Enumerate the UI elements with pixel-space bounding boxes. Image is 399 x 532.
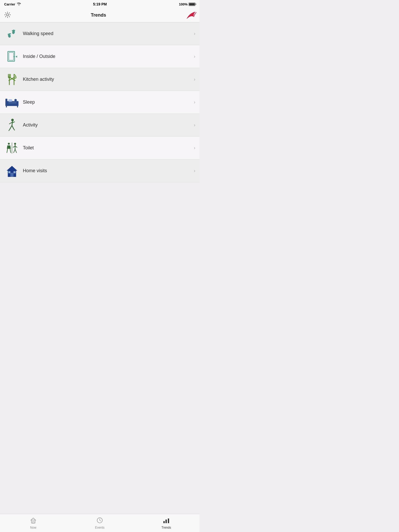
list-item-home-visits[interactable]: Home visits ›: [0, 159, 200, 182]
svg-point-0: [6, 14, 9, 16]
chevron-icon-6: ›: [194, 168, 195, 174]
list-item-kitchen-activity[interactable]: Kitchen activity ›: [0, 68, 200, 91]
svg-rect-26: [10, 173, 14, 177]
chevron-icon-3: ›: [194, 99, 195, 105]
svg-rect-17: [17, 106, 18, 107]
sleep-label: Sleep: [23, 99, 192, 105]
status-time: 5:19 PM: [93, 2, 107, 6]
list-container: Walking speed › Inside / Outside ›: [0, 22, 200, 182]
svg-point-19: [14, 99, 17, 101]
chevron-icon-0: ›: [194, 31, 195, 36]
svg-rect-20: [8, 102, 17, 103]
door-icon: [4, 49, 20, 64]
list-item-walking-speed[interactable]: Walking speed ›: [0, 22, 200, 45]
list-item-activity[interactable]: Activity ›: [0, 114, 200, 137]
svg-point-11: [14, 56, 15, 57]
carrier-text: Carrier: [4, 2, 15, 6]
home-icon: [4, 163, 20, 179]
svg-rect-18: [8, 99, 12, 101]
chevron-icon-4: ›: [194, 122, 195, 128]
content-area: Walking speed › Inside / Outside ›: [0, 22, 200, 201]
activity-label: Activity: [23, 122, 192, 128]
list-item-inside-outside[interactable]: Inside / Outside ›: [0, 45, 200, 68]
toilet-label: Toilet: [23, 145, 192, 151]
chevron-icon-1: ›: [194, 54, 195, 59]
wifi-icon: [17, 3, 21, 6]
bed-icon: [4, 95, 20, 110]
svg-rect-15: [5, 99, 7, 106]
battery-icon: [189, 3, 195, 6]
toilet-icon: [4, 140, 20, 156]
walking-speed-label: Walking speed: [23, 31, 192, 36]
walking-icon: [4, 117, 20, 133]
settings-button[interactable]: [4, 11, 11, 19]
status-left: Carrier: [4, 2, 21, 6]
status-right: 100%: [179, 2, 195, 6]
kitchen-activity-label: Kitchen activity: [23, 77, 192, 82]
list-item-sleep[interactable]: Sleep ›: [0, 91, 200, 114]
svg-point-24: [14, 143, 16, 144]
svg-point-4: [10, 33, 11, 34]
inside-outside-label: Inside / Outside: [23, 54, 192, 59]
svg-rect-10: [9, 52, 14, 60]
nav-bar: Trends: [0, 8, 200, 22]
chevron-icon-5: ›: [194, 145, 195, 151]
list-item-toilet[interactable]: Toilet ›: [0, 137, 200, 159]
svg-rect-16: [6, 106, 7, 107]
battery-text: 100%: [179, 2, 188, 6]
page-title: Trends: [91, 12, 106, 18]
chevron-icon-2: ›: [194, 77, 195, 82]
brand-logo: [186, 11, 195, 20]
footprints-icon: [4, 26, 20, 42]
svg-rect-27: [8, 171, 10, 173]
status-bar: Carrier 5:19 PM 100%: [0, 0, 200, 8]
svg-rect-28: [14, 171, 16, 173]
svg-point-22: [8, 143, 10, 144]
svg-point-8: [14, 30, 15, 31]
kitchen-icon: [4, 72, 20, 87]
home-visits-label: Home visits: [23, 168, 192, 174]
